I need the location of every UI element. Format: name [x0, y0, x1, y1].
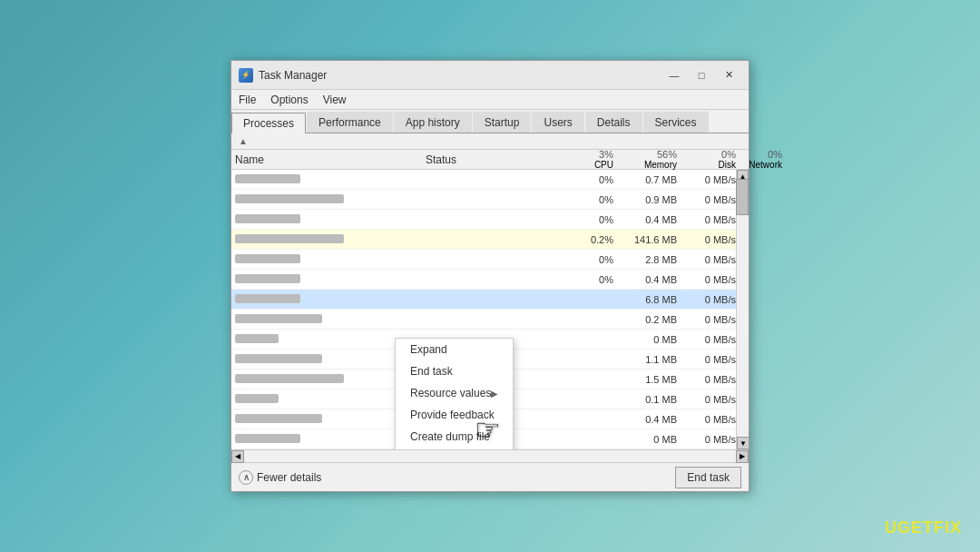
ctx-dump-label: Create dump file — [410, 430, 490, 443]
process-disk: 0 MB/s — [681, 234, 740, 245]
process-name — [231, 434, 422, 445]
table-row[interactable]: 0% 0.9 MB 0 MB/s 0 Mbps — [231, 190, 749, 210]
vertical-scrollbar[interactable]: ▲ ▼ — [736, 170, 749, 449]
process-disk: 0 MB/s — [681, 334, 740, 345]
process-cpu: 0% — [558, 274, 617, 285]
blurred-name — [235, 394, 279, 403]
horizontal-scrollbar[interactable]: ◀ ▶ — [231, 449, 749, 462]
scroll-down-btn[interactable]: ▼ — [737, 437, 749, 449]
watermark-text1: UG — [885, 518, 911, 537]
process-disk: 0 MB/s — [681, 274, 740, 285]
tab-services[interactable]: Services — [643, 112, 709, 133]
ctx-expand[interactable]: Expand — [396, 339, 513, 360]
process-disk: 0 MB/s — [681, 314, 740, 325]
menu-view[interactable]: View — [316, 90, 354, 109]
table-row[interactable]: 0% 0.4 MB 0 MB/s 0 Mbps — [231, 210, 749, 230]
process-name — [231, 334, 422, 345]
ctx-go-to-details[interactable]: Go to details — [396, 448, 513, 449]
process-memory: 0.4 MB — [617, 414, 681, 425]
table-row[interactable]: 0.2% 141.6 MB 0 MB/s 0 Mbps — [231, 230, 749, 250]
ctx-provide-feedback[interactable]: Provide feedback — [396, 404, 513, 426]
ctx-feedback-label: Provide feedback — [410, 409, 495, 421]
col-header-disk[interactable]: 0% Disk — [681, 149, 740, 170]
column-headers-row: Name Status 3% CPU 56% Memory 0% Disk 0%… — [231, 150, 749, 170]
process-cpu: 0% — [558, 214, 617, 225]
table-row[interactable]: 6.8 MB 0 MB/s 0 Mbps — [231, 290, 749, 310]
process-disk: 0 MB/s — [681, 414, 740, 425]
close-button[interactable]: ✕ — [716, 66, 741, 84]
process-disk: 0 MB/s — [681, 194, 740, 205]
process-memory: 2.8 MB — [617, 254, 681, 265]
blurred-name — [235, 254, 300, 263]
process-memory: 0.9 MB — [617, 194, 681, 205]
col-header-network[interactable]: 0% Network — [740, 149, 799, 170]
process-memory: 0.4 MB — [617, 214, 681, 225]
fewer-details-icon: ∧ — [239, 470, 253, 485]
fewer-details-button[interactable]: ∧ Fewer details — [239, 470, 321, 485]
blurred-name — [235, 294, 300, 303]
context-menu: Expand End task Resource values ▶ Provid… — [395, 338, 514, 449]
blurred-name — [235, 274, 300, 283]
tab-performance[interactable]: Performance — [307, 112, 393, 133]
watermark-highlight: ET — [911, 518, 934, 537]
process-name — [231, 374, 422, 385]
ctx-end-task-label: End task — [410, 365, 453, 378]
table-row[interactable]: 0% 0.7 MB 0 MB/s 0 Mbps — [231, 170, 749, 190]
process-memory: 0.7 MB — [617, 174, 681, 185]
process-disk: 0 MB/s — [681, 394, 740, 405]
blurred-name — [235, 214, 300, 223]
minimize-button[interactable]: — — [662, 66, 687, 84]
process-disk: 0 MB/s — [681, 354, 740, 365]
process-memory: 0.2 MB — [617, 314, 681, 325]
blurred-name — [235, 414, 322, 423]
tab-processes[interactable]: Processes — [231, 113, 306, 133]
process-name — [231, 354, 422, 365]
process-memory: 1.5 MB — [617, 374, 681, 385]
tab-startup[interactable]: Startup — [473, 112, 532, 133]
ctx-resource-values[interactable]: Resource values ▶ — [396, 382, 513, 404]
process-name — [231, 294, 422, 305]
process-memory: 1.1 MB — [617, 354, 681, 365]
col-header-cpu[interactable]: 3% CPU — [558, 149, 617, 170]
process-cpu: 0% — [558, 194, 617, 205]
process-cpu: 0% — [558, 174, 617, 185]
process-cpu: 0.2% — [558, 234, 617, 245]
table-row[interactable]: 0% 2.8 MB 0 MB/s 0 Mbps — [231, 250, 749, 270]
scroll-left-btn[interactable]: ◀ — [231, 450, 244, 463]
ctx-expand-label: Expand — [410, 343, 447, 356]
col-header-status[interactable]: Status — [422, 152, 558, 168]
table-row[interactable]: 0% 0.4 MB 0 MB/s 0 Mbps — [231, 270, 749, 290]
table-row[interactable]: 0.2 MB 0 MB/s 0 Mbps — [231, 310, 749, 330]
blurred-name — [235, 174, 300, 183]
process-name — [231, 214, 422, 225]
blurred-name — [235, 234, 344, 243]
process-name — [231, 254, 422, 265]
process-name — [231, 394, 422, 405]
maximize-button[interactable]: □ — [689, 66, 714, 84]
col-header-memory[interactable]: 56% Memory — [617, 149, 681, 170]
scroll-track[interactable] — [244, 450, 736, 462]
end-task-button[interactable]: End task — [675, 467, 741, 488]
process-cpu: 0% — [558, 254, 617, 265]
tab-details[interactable]: Details — [585, 112, 642, 133]
process-name — [231, 314, 422, 325]
ctx-end-task[interactable]: End task — [396, 360, 513, 382]
scroll-right-btn[interactable]: ▶ — [736, 450, 749, 463]
fewer-details-label: Fewer details — [257, 471, 321, 484]
process-name — [231, 414, 422, 425]
app-icon: ⚡ — [239, 68, 253, 83]
window-title: Task Manager — [259, 69, 662, 82]
process-disk: 0 MB/s — [681, 254, 740, 265]
tab-users[interactable]: Users — [532, 112, 583, 133]
process-memory: 0 MB — [617, 434, 681, 445]
ctx-dump-file[interactable]: Create dump file — [396, 426, 513, 448]
menu-options[interactable]: Options — [263, 90, 315, 109]
col-header-name[interactable]: Name — [231, 152, 422, 168]
tab-app-history[interactable]: App history — [394, 112, 472, 133]
watermark: UGETFIX — [885, 518, 962, 537]
menu-bar: File Options View — [231, 90, 749, 110]
menu-file[interactable]: File — [231, 90, 263, 109]
footer-bar: ∧ Fewer details End task — [231, 462, 749, 491]
process-memory: 0 MB — [617, 334, 681, 345]
scroll-thumb[interactable] — [736, 179, 749, 215]
